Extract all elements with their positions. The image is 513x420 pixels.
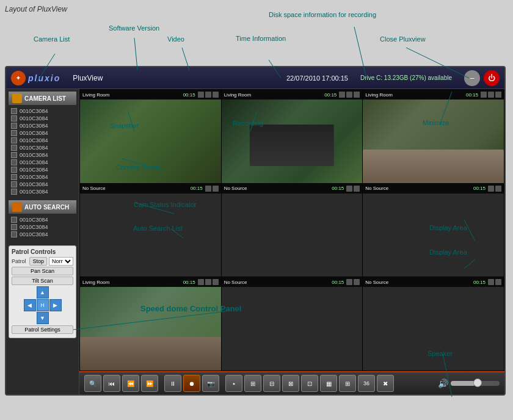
- sofa-visual: [363, 150, 504, 183]
- auto-search-list: 0010C3084 0010C3084 0010C3084: [9, 216, 76, 238]
- list-item[interactable]: 0010C3084: [9, 159, 76, 166]
- snapshot-annotation: Snapshot: [110, 122, 138, 129]
- auto-search-list-annotation: Auto Search List: [133, 225, 183, 232]
- layout-36[interactable]: 36: [358, 375, 375, 392]
- list-item[interactable]: 0010C3084: [9, 166, 76, 173]
- list-item[interactable]: 0010C3084: [9, 188, 76, 195]
- logo-text: pluxio: [28, 73, 60, 83]
- sofa-visual-2: [80, 337, 221, 371]
- list-item[interactable]: 0010C3084: [9, 223, 76, 231]
- speaker-icon: 🔊: [438, 378, 448, 388]
- list-item[interactable]: 0010C3084: [9, 181, 76, 188]
- dpad-right[interactable]: ▶: [49, 299, 62, 311]
- list-item[interactable]: 0010C3084: [9, 151, 76, 159]
- cell-5-time: 00:15: [332, 186, 344, 191]
- cell-1-name: Living Room: [82, 92, 109, 98]
- cell-9-name: No Source: [365, 280, 388, 285]
- play-button[interactable]: ⏸: [164, 375, 181, 392]
- close-button[interactable]: ⏻: [484, 70, 500, 86]
- search-button[interactable]: 🔍: [84, 375, 101, 392]
- cell-2-name: Living Room: [224, 92, 251, 98]
- layout-custom1[interactable]: ⊡: [301, 375, 318, 392]
- snapshot-button[interactable]: 📷: [202, 375, 219, 392]
- minimize-button[interactable]: –: [464, 70, 480, 86]
- forward-button[interactable]: ⏩: [141, 375, 158, 392]
- list-item[interactable]: 0010C3084: [9, 231, 76, 238]
- video-cell-7: Living Room 00:15: [80, 277, 221, 371]
- cell-6-name: No Source: [365, 186, 388, 191]
- list-item[interactable]: 0010C3084: [9, 137, 76, 144]
- patrol-controls-title: Patrol Controls: [12, 248, 73, 255]
- camera-list-header: CAMERA LIST: [9, 92, 76, 105]
- video-content-2: [222, 100, 363, 183]
- stop-button[interactable]: Stop: [29, 257, 47, 266]
- camera-list: 0010C3084 0010C3084 0010C3084 0010C3084 …: [9, 107, 76, 195]
- header-bar: ✦ pluxio PluxView 22/07/2010 17:00:15 Dr…: [6, 67, 504, 89]
- volume-knob[interactable]: [473, 378, 482, 387]
- pan-scan-button[interactable]: Pan Scan: [12, 267, 73, 275]
- auto-search-label: AUTO SEARCH: [24, 204, 69, 211]
- cell-icon: [495, 186, 501, 192]
- speed-dome-annotation: Speed dome Control Panel: [140, 304, 241, 313]
- dpad-up[interactable]: ▲: [37, 286, 49, 299]
- cell-8-name: No Source: [224, 280, 247, 285]
- dpad-down[interactable]: ▼: [37, 312, 49, 324]
- list-item[interactable]: 0010C3084: [9, 129, 76, 137]
- list-item[interactable]: 0010C3084: [9, 107, 76, 115]
- cell-icon: [205, 186, 211, 192]
- cell-2-time: 00:15: [324, 92, 337, 98]
- camera-list-icon: [12, 93, 22, 103]
- header-title: PluxView: [73, 74, 103, 82]
- video-annotation: Video: [167, 35, 184, 43]
- rewind-button[interactable]: ⏮: [103, 375, 120, 392]
- tilt-scan-button[interactable]: Tilt Scan: [12, 277, 73, 285]
- dpad-left[interactable]: ◀: [24, 299, 36, 311]
- auto-search-section: AUTO SEARCH 0010C3084 0010C3084 0010C308…: [9, 200, 76, 238]
- cell-icon: [354, 92, 360, 98]
- logo-icon: ✦: [11, 71, 26, 85]
- record-button[interactable]: ⏺: [183, 375, 200, 392]
- cell-5-name: No Source: [224, 186, 247, 191]
- video-content-5: [222, 194, 363, 277]
- video-cell-2: Living Room 00:15: [222, 90, 363, 183]
- layout-1x1[interactable]: ▪: [225, 375, 242, 392]
- layout-custom2[interactable]: ▦: [320, 375, 337, 392]
- list-item[interactable]: 0010C3084: [9, 144, 76, 151]
- patrol-settings-button[interactable]: Patrol Settings: [12, 325, 73, 334]
- cell-icon: [213, 279, 219, 285]
- cell-icon: [205, 279, 211, 285]
- patrol-mode-select[interactable]: Normal: [49, 257, 73, 266]
- camera-name-annotation: Camera Name: [116, 164, 160, 171]
- cell-icon: [488, 92, 494, 98]
- list-item[interactable]: 0010C3084: [9, 216, 76, 223]
- layout-3x3[interactable]: ⊟: [263, 375, 280, 392]
- layout-4x4[interactable]: ⊠: [282, 375, 299, 392]
- camera-list-annotation: Camera List: [34, 35, 70, 43]
- list-item[interactable]: 0010C3084: [9, 115, 76, 122]
- layout-2x2[interactable]: ⊞: [244, 375, 261, 392]
- speaker-control: 🔊: [438, 378, 500, 388]
- cell-icon: [213, 186, 219, 192]
- dpad-center[interactable]: H: [37, 299, 49, 311]
- cell-3-time: 00:15: [466, 92, 478, 98]
- list-item[interactable]: 0010C3084: [9, 122, 76, 129]
- cell-icon: [213, 92, 219, 98]
- video-area: Living Room 00:15 Living Room 00:15: [79, 89, 504, 394]
- display-area-2-annotation: Display Area: [429, 248, 467, 256]
- header-time: 22/07/2010 17:00:15: [286, 74, 348, 82]
- list-item[interactable]: 0010C3084: [9, 173, 76, 181]
- volume-slider[interactable]: [451, 381, 500, 386]
- cell-icon: [205, 92, 211, 98]
- close-all-button[interactable]: ✖: [377, 375, 394, 392]
- cell-icon: [198, 279, 204, 285]
- cell-icon: [495, 92, 501, 98]
- cell-1-time: 00:15: [183, 92, 195, 98]
- back-button[interactable]: ⏪: [122, 375, 139, 392]
- video-cell-8: No Source 00:15: [222, 277, 363, 371]
- header-drive: Drive C: 13.23GB (27%) available: [360, 74, 452, 81]
- layout-custom3[interactable]: ⊞: [339, 375, 356, 392]
- cell-icon: [481, 92, 487, 98]
- cell-icon: [346, 279, 352, 285]
- cell-4-name: No Source: [82, 186, 106, 191]
- bottom-toolbar: 🔍 ⏮ ⏪ ⏩ ⏸ ⏺ 📷 ▪ ⊞ ⊟ ⊠ ⊡ ▦ ⊞ 36 ✖ 🔊: [79, 371, 504, 394]
